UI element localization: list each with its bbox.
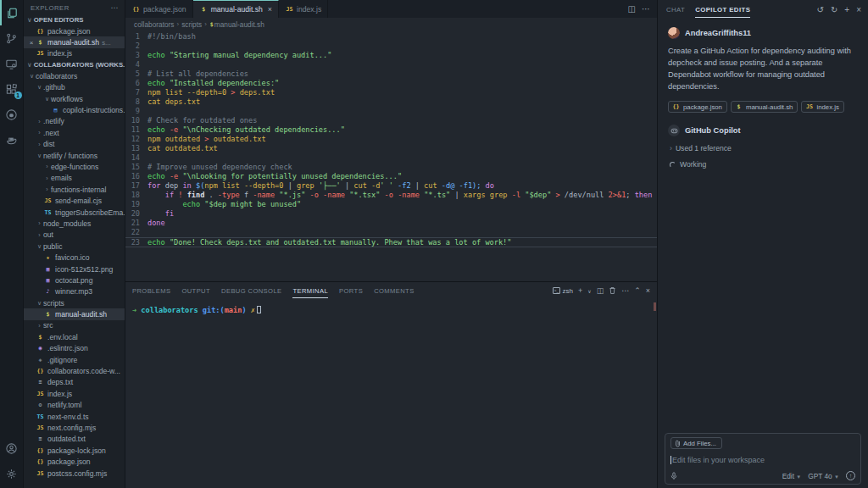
send-button[interactable]: ↑ [846, 471, 855, 480]
open-editor-manual-audit.sh[interactable]: ×$manual-audit.shs... [24, 36, 125, 47]
line-number: 21 [125, 219, 147, 228]
file-chip-package.json[interactable]: {}package.json [668, 101, 727, 113]
terminal-scrollbar[interactable] [654, 302, 656, 311]
sidebar-more-icon[interactable]: ⋯ [111, 3, 119, 12]
tree-item-.eslintrc.json[interactable]: ◉.eslintrc.json [24, 343, 125, 354]
split-editor-icon[interactable]: ◫ [628, 4, 636, 14]
tree-item-netlify.toml[interactable]: ⚙netlify.toml [24, 400, 125, 411]
code-editor[interactable]: 1#!/bin/bash23echo "Starting manual depe… [125, 30, 657, 281]
undo-edit-icon[interactable]: ↺ [817, 5, 824, 14]
activity-extensions-icon[interactable]: 1 [0, 76, 24, 102]
split-terminal-icon[interactable]: ◫ [597, 286, 604, 295]
chat-tab-CHAT[interactable]: CHAT [666, 2, 685, 17]
open-editors-header[interactable]: ∨OPEN EDITORS [24, 14, 125, 25]
editor-more-icon[interactable]: ⋯ [642, 4, 650, 14]
tree-item-emails[interactable]: ›emails [24, 173, 125, 184]
tree-item-scripts[interactable]: ∨scripts [24, 297, 125, 308]
breadcrumb[interactable]: collaborators›scripts›$manual-audit.sh [125, 18, 657, 30]
tab-index.js[interactable]: JSindex.js [279, 0, 328, 18]
tab-package.json[interactable]: {}package.json [125, 0, 193, 18]
chat-tab-COPILOT EDITS[interactable]: COPILOT EDITS [695, 2, 750, 18]
tree-item-collaborators.code-w...[interactable]: {}collaborators.code-w... [24, 365, 125, 376]
panel-tab-PORTS[interactable]: PORTS [339, 284, 363, 298]
used-references[interactable]: ›Used 1 reference [670, 144, 858, 152]
tree-item-functions-internal[interactable]: ›functions-internal [24, 184, 125, 195]
file-chip-manual-audit.sh[interactable]: $manual-audit.sh [731, 101, 798, 113]
activity-source-control-icon[interactable] [0, 25, 24, 51]
activity-remote-explorer-icon[interactable] [0, 51, 24, 76]
file-chip-index.js[interactable]: JSindex.js [801, 101, 843, 113]
panel-tab-DEBUG CONSOLE[interactable]: DEBUG CONSOLE [221, 284, 281, 298]
tree-item-src[interactable]: ›src [24, 320, 125, 331]
activity-github-icon[interactable] [0, 102, 24, 127]
activity-explorer-icon[interactable] [0, 0, 24, 25]
tree-item-.github[interactable]: ∨.github [24, 82, 125, 93]
tree-item-dist[interactable]: ›dist [24, 139, 125, 150]
new-terminal-icon[interactable]: + [578, 286, 582, 295]
tree-item-.gitignore[interactable]: ◈.gitignore [24, 354, 125, 365]
tree-item-index.js[interactable]: JSindex.js [24, 388, 125, 399]
tree-item-public[interactable]: ∨public [24, 241, 125, 252]
redo-edit-icon[interactable]: ↻ [831, 5, 837, 14]
tree-item-send-email.cjs[interactable]: JSsend-email.cjs [24, 195, 125, 206]
close-icon[interactable]: × [27, 39, 36, 47]
tab-manual-audit.sh[interactable]: $manual-audit.sh× [193, 0, 279, 18]
tree-item-copilot-instructions...[interactable]: ▤copilot-instructions... [24, 104, 125, 115]
chevron-down-icon: ∨ [43, 96, 51, 103]
tree-item-.next[interactable]: ›.next [24, 127, 125, 138]
tree-item-.env.local[interactable]: $.env.local [24, 331, 125, 342]
tree-item-.netlify[interactable]: ›.netlify [24, 116, 125, 127]
close-icon[interactable]: × [268, 5, 272, 14]
new-session-icon[interactable]: + [844, 5, 849, 14]
tree-item-winner.mp3[interactable]: ♪winner.mp3 [24, 286, 125, 297]
open-editor-package.json[interactable]: {}package.json [24, 25, 125, 36]
terminal-dropdown-icon[interactable]: ∨ [587, 288, 591, 294]
close-panel-icon[interactable]: × [646, 286, 650, 295]
tree-item-out[interactable]: ›out [24, 230, 125, 241]
tree-item-outdated.txt[interactable]: ≡outdated.txt [24, 434, 125, 445]
tree-item-next.config.mjs[interactable]: JSnext.config.mjs [24, 422, 125, 433]
tree-item-favicon.ico[interactable]: ★favicon.ico [24, 252, 125, 263]
activity-settings-icon[interactable] [0, 461, 24, 486]
chevron-down-icon: ∨ [27, 16, 32, 24]
close-chat-icon[interactable]: × [856, 5, 861, 14]
panel-tab-TERMINAL[interactable]: TERMINAL [292, 284, 328, 298]
workspace-header[interactable]: ∨COLLABORATORS (WORKS... [24, 59, 125, 70]
panel-tab-PROBLEMS[interactable]: PROBLEMS [132, 284, 170, 298]
tree-item-netlify / functions[interactable]: ∨netlify / functions [24, 150, 125, 161]
tree-item-postcss.config.mjs[interactable]: JSpostcss.config.mjs [24, 468, 125, 479]
terminal[interactable]: ➜ collaborators git:(main) ✗ [125, 299, 657, 488]
tree-item-workflows[interactable]: ∨workflows [24, 93, 125, 104]
tree-item-deps.txt[interactable]: ≡deps.txt [24, 377, 125, 388]
mode-selector[interactable]: Edit ▼ [782, 472, 802, 480]
model-selector[interactable]: GPT 4o ▼ [808, 472, 839, 480]
tree-item-icon-512x512.png[interactable]: ▦icon-512x512.png [24, 263, 125, 274]
user-name: AndreaGriffiths11 [685, 29, 751, 37]
code-line-8: 8cat deps.txt [125, 97, 657, 107]
activity-account-icon[interactable] [0, 435, 24, 461]
breadcrumb-item[interactable]: scripts [181, 20, 202, 29]
tree-item-collaborators[interactable]: ∨collaborators [24, 70, 125, 81]
activity-docker-icon[interactable] [0, 127, 24, 152]
panel-tab-COMMENTS[interactable]: COMMENTS [374, 284, 415, 298]
panel-more-icon[interactable]: ⋯ [621, 286, 629, 295]
breadcrumb-item[interactable]: $manual-audit.sh [209, 20, 264, 29]
code-line-4: 4 [125, 60, 657, 69]
shell-chip[interactable]: >_zsh [553, 287, 573, 295]
add-files-button[interactable]: Add Files... [670, 437, 722, 449]
open-editor-index.js[interactable]: JSindex.js [24, 48, 125, 59]
tree-item-next-env.d.ts[interactable]: TSnext-env.d.ts [24, 411, 125, 422]
tree-item-edge-functions[interactable]: ›edge-functions [24, 161, 125, 172]
tree-item-package-lock.json[interactable]: {}package-lock.json [24, 445, 125, 456]
tree-item-package.json[interactable]: {}package.json [24, 456, 125, 467]
tree-item-manual-audit.sh[interactable]: $manual-audit.sh [24, 308, 125, 319]
chat-input[interactable]: Edit files in your workspace [670, 454, 855, 466]
maximize-panel-icon[interactable]: ⌃ [634, 286, 641, 295]
tree-item-triggerSubscribeEma...[interactable]: TStriggerSubscribeEma... [24, 207, 125, 218]
breadcrumb-item[interactable]: collaborators [134, 20, 175, 29]
tree-item-node_modules[interactable]: ›node_modules [24, 218, 125, 229]
panel-tab-OUTPUT[interactable]: OUTPUT [181, 284, 210, 298]
tree-item-octocat.png[interactable]: ▦octocat.png [24, 274, 125, 286]
kill-terminal-icon[interactable] [609, 286, 616, 295]
microphone-icon[interactable] [670, 472, 677, 480]
